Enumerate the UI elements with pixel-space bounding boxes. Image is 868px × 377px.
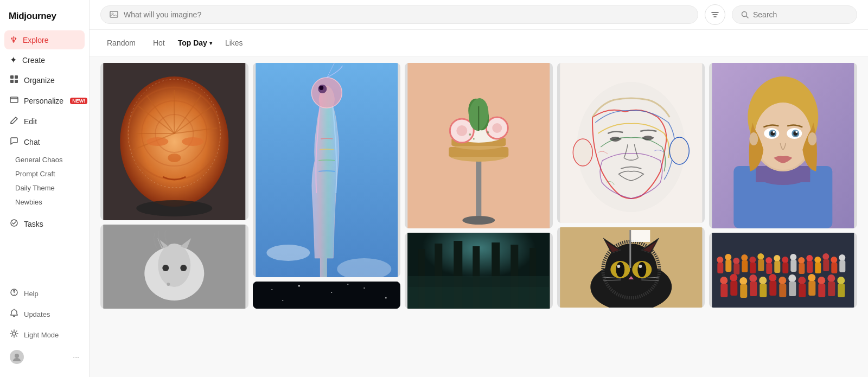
svg-rect-198 [838, 284, 845, 297]
svg-point-152 [807, 255, 813, 261]
image-old-man-sketch[interactable] [557, 63, 705, 223]
sidebar-item-help-label: Help [24, 290, 39, 298]
svg-point-84 [473, 138, 475, 140]
chat-subitem-daily-theme[interactable]: Daily Theme [10, 181, 85, 195]
svg-point-146 [758, 253, 764, 260]
image-orange-face[interactable] [100, 63, 248, 220]
search-bar[interactable] [732, 5, 857, 24]
search-icon [741, 11, 749, 18]
svg-point-136 [773, 131, 775, 133]
svg-point-175 [740, 277, 748, 285]
image-horse[interactable] [100, 225, 248, 309]
sidebar-item-light-mode[interactable]: Light Mode [4, 325, 85, 344]
svg-rect-3 [15, 80, 18, 83]
chat-subitem-prompt-craft[interactable]: Prompt Craft [10, 167, 85, 181]
sidebar-item-explore[interactable]: ♆ Explore [4, 30, 85, 49]
sidebar-item-edit[interactable]: Edit [4, 112, 85, 131]
chat-subitem-newbies[interactable]: Newbies [10, 195, 85, 209]
svg-point-150 [790, 254, 797, 260]
chat-subitem-general-chaos[interactable]: General Chaos [10, 153, 85, 167]
sidebar-item-updates[interactable]: Updates [4, 304, 85, 324]
svg-rect-194 [799, 284, 806, 297]
tab-top-day-label: Top Day [178, 39, 207, 47]
svg-rect-163 [767, 263, 773, 274]
svg-rect-95 [407, 287, 550, 309]
image-dark-forest[interactable] [405, 233, 553, 309]
gallery [90, 56, 868, 377]
glass-figure-img [253, 63, 401, 277]
svg-line-14 [11, 331, 12, 331]
svg-rect-2 [10, 80, 14, 83]
image-food-art[interactable] [405, 63, 553, 228]
svg-rect-171 [832, 263, 838, 273]
image-dark-stars[interactable] [253, 282, 401, 309]
image-blonde-woman[interactable] [709, 63, 857, 228]
sidebar-item-organize[interactable]: Organize [4, 71, 85, 90]
tab-random[interactable]: Random [100, 35, 142, 50]
svg-point-144 [742, 254, 748, 261]
user-more-button[interactable]: ··· [73, 353, 79, 361]
sidebar-item-updates-label: Updates [24, 310, 50, 318]
svg-point-58 [319, 86, 323, 90]
tasks-icon [10, 219, 18, 229]
svg-rect-197 [828, 282, 835, 296]
sidebar-item-help[interactable]: Help [4, 284, 85, 303]
sidebar-item-personalize-label: Personalize [24, 97, 63, 105]
svg-point-139 [808, 132, 817, 145]
svg-point-20 [112, 13, 113, 15]
svg-point-50 [162, 265, 169, 271]
sidebar-item-tasks[interactable]: Tasks [4, 214, 85, 234]
tab-top-day[interactable]: Top Day ▾ [176, 35, 214, 50]
svg-point-18 [15, 354, 19, 358]
svg-point-179 [779, 277, 787, 284]
horse-img [100, 225, 248, 309]
image-black-cat[interactable] [557, 227, 705, 308]
svg-rect-170 [824, 259, 829, 271]
svg-point-149 [782, 257, 789, 263]
user-row[interactable]: ··· [4, 346, 85, 368]
svg-line-25 [746, 16, 749, 18]
image-colorful-crowd[interactable] [709, 233, 857, 308]
svg-point-185 [838, 277, 845, 284]
svg-rect-164 [775, 261, 781, 273]
main-search-input[interactable] [124, 10, 689, 19]
dark-stars-img [253, 282, 401, 309]
svg-point-147 [766, 257, 773, 264]
svg-point-47 [158, 244, 190, 287]
search-input[interactable] [753, 10, 848, 19]
filter-icon [711, 10, 719, 19]
filter-button[interactable] [705, 4, 725, 25]
svg-point-114 [639, 265, 642, 268]
sidebar-item-create[interactable]: ✦ Create [4, 50, 85, 69]
svg-rect-160 [742, 260, 748, 272]
svg-point-178 [769, 274, 777, 282]
svg-rect-168 [807, 261, 813, 273]
svg-point-51 [180, 265, 187, 271]
svg-rect-189 [750, 282, 757, 296]
image-glass-figure[interactable] [253, 63, 401, 277]
svg-rect-169 [815, 263, 821, 273]
svg-point-143 [733, 258, 740, 264]
svg-rect-120 [629, 230, 631, 268]
tab-hot[interactable]: Hot [146, 35, 171, 50]
sidebar-item-personalize[interactable]: Personalize New! [4, 91, 85, 111]
svg-point-63 [363, 287, 365, 289]
svg-rect-59 [256, 282, 398, 309]
svg-point-76 [456, 125, 467, 136]
sidebar-item-chat[interactable]: Chat [4, 132, 85, 152]
svg-point-137 [796, 131, 798, 133]
tab-likes[interactable]: Likes [219, 35, 250, 50]
svg-point-174 [730, 274, 738, 282]
svg-point-177 [760, 277, 767, 284]
svg-rect-157 [718, 263, 724, 273]
svg-rect-166 [791, 260, 797, 272]
orange-face-img [100, 63, 248, 220]
svg-point-40 [182, 137, 203, 146]
help-icon [10, 288, 18, 299]
main-search-bar[interactable] [100, 5, 698, 24]
svg-point-142 [725, 254, 732, 260]
svg-point-62 [331, 292, 332, 293]
svg-rect-192 [780, 284, 787, 297]
sun-icon [10, 329, 18, 340]
svg-point-69 [462, 216, 495, 225]
